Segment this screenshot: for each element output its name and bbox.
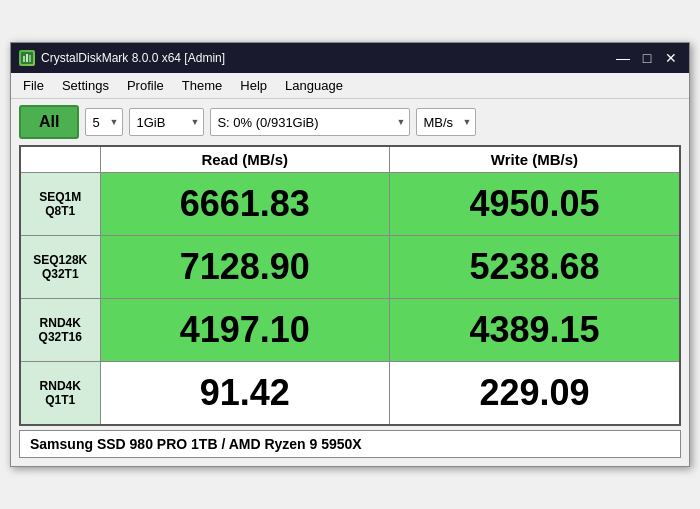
- table-row: RND4KQ32T16 4197.10 4389.15: [20, 299, 680, 362]
- app-window: CrystalDiskMark 8.0.0 x64 [Admin] — □ ✕ …: [10, 42, 690, 467]
- seq1m-q8t1-read: 6661.83: [100, 173, 389, 236]
- empty-header: [20, 146, 100, 173]
- all-button[interactable]: All: [19, 105, 79, 139]
- table-row: SEQ1MQ8T1 6661.83 4950.05: [20, 173, 680, 236]
- status-text: Samsung SSD 980 PRO 1TB / AMD Ryzen 9 59…: [30, 436, 362, 452]
- table-row: RND4KQ1T1 91.42 229.09: [20, 362, 680, 426]
- menu-language[interactable]: Language: [277, 75, 351, 96]
- rnd4k-q1t1-write: 229.09: [389, 362, 680, 426]
- minimize-button[interactable]: —: [613, 48, 633, 68]
- window-title: CrystalDiskMark 8.0.0 x64 [Admin]: [41, 51, 225, 65]
- app-icon: [19, 50, 35, 66]
- rnd4k-q1t1-read: 91.42: [100, 362, 389, 426]
- menu-help[interactable]: Help: [232, 75, 275, 96]
- seq128k-q32t1-label: SEQ128KQ32T1: [20, 236, 100, 299]
- menu-file[interactable]: File: [15, 75, 52, 96]
- seq128k-q32t1-read: 7128.90: [100, 236, 389, 299]
- runs-dropdown[interactable]: 5 1 3 9: [85, 108, 123, 136]
- toolbar: All 5 1 3 9 1GiB 512MiB 2GiB S: 0% (0/93…: [11, 99, 689, 145]
- seq128k-q32t1-write: 5238.68: [389, 236, 680, 299]
- rnd4k-q32t16-label: RND4KQ32T16: [20, 299, 100, 362]
- close-button[interactable]: ✕: [661, 48, 681, 68]
- table-row: SEQ128KQ32T1 7128.90 5238.68: [20, 236, 680, 299]
- status-bar: Samsung SSD 980 PRO 1TB / AMD Ryzen 9 59…: [19, 430, 681, 458]
- drive-select-wrap: S: 0% (0/931GiB): [210, 108, 410, 136]
- results-table: Read (MB/s) Write (MB/s) SEQ1MQ8T1 6661.…: [19, 145, 681, 426]
- svg-rect-1: [23, 56, 25, 62]
- unit-dropdown[interactable]: MB/s GB/s: [416, 108, 476, 136]
- write-header: Write (MB/s): [389, 146, 680, 173]
- size-select-wrap: 1GiB 512MiB 2GiB: [129, 108, 204, 136]
- seq1m-q8t1-write: 4950.05: [389, 173, 680, 236]
- maximize-button[interactable]: □: [637, 48, 657, 68]
- read-header: Read (MB/s): [100, 146, 389, 173]
- rnd4k-q32t16-read: 4197.10: [100, 299, 389, 362]
- size-dropdown[interactable]: 1GiB 512MiB 2GiB: [129, 108, 204, 136]
- rnd4k-q32t16-write: 4389.15: [389, 299, 680, 362]
- rnd4k-q1t1-label: RND4KQ1T1: [20, 362, 100, 426]
- menu-theme[interactable]: Theme: [174, 75, 230, 96]
- svg-rect-3: [29, 55, 31, 62]
- menu-bar: File Settings Profile Theme Help Languag…: [11, 73, 689, 99]
- menu-profile[interactable]: Profile: [119, 75, 172, 96]
- title-bar-left: CrystalDiskMark 8.0.0 x64 [Admin]: [19, 50, 225, 66]
- menu-settings[interactable]: Settings: [54, 75, 117, 96]
- unit-select-wrap: MB/s GB/s: [416, 108, 476, 136]
- title-controls: — □ ✕: [613, 48, 681, 68]
- drive-dropdown[interactable]: S: 0% (0/931GiB): [210, 108, 410, 136]
- svg-rect-2: [26, 54, 28, 62]
- runs-select-wrap: 5 1 3 9: [85, 108, 123, 136]
- seq1m-q8t1-label: SEQ1MQ8T1: [20, 173, 100, 236]
- title-bar: CrystalDiskMark 8.0.0 x64 [Admin] — □ ✕: [11, 43, 689, 73]
